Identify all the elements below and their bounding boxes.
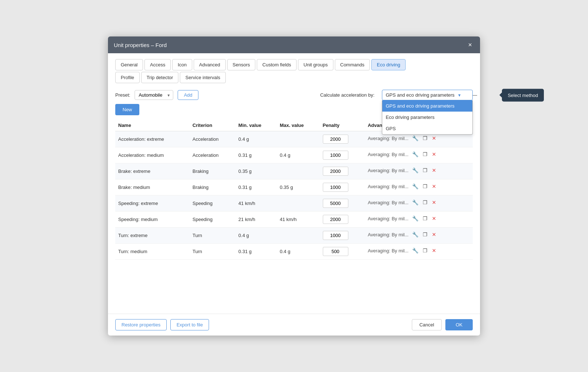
copy-icon[interactable]: ❐	[422, 247, 428, 254]
cell-name: Acceleration: extreme	[115, 131, 190, 147]
tab-service_intervals[interactable]: Service intervals	[180, 72, 225, 83]
cell-penalty	[320, 195, 365, 212]
cell-penalty	[320, 147, 365, 163]
calc-option-gps_eco[interactable]: GPS and eco driving parameters	[382, 100, 473, 112]
calc-dropdown-button[interactable]: GPS and eco driving parameters ▼	[382, 90, 473, 100]
advanced-text: Averaging: By mil...	[368, 232, 409, 237]
wrench-icon[interactable]: 🔧	[411, 135, 419, 142]
wrench-icon[interactable]: 🔧	[411, 151, 419, 158]
advanced-text: Averaging: By mil...	[368, 184, 409, 189]
cell-min-value: 0.4 g	[236, 228, 277, 244]
delete-icon[interactable]: ✕	[431, 151, 437, 158]
delete-icon[interactable]: ✕	[431, 231, 437, 238]
restore-button[interactable]: Restore properties	[115, 319, 167, 330]
penalty-input[interactable]	[323, 247, 348, 256]
tab-commands[interactable]: Commands	[335, 59, 370, 70]
penalty-input[interactable]	[323, 151, 348, 160]
delete-icon[interactable]: ✕	[431, 167, 437, 174]
tab-sensors[interactable]: Sensors	[227, 59, 256, 70]
tooltip-label: Select method	[508, 92, 538, 98]
cell-name: Turn: medium	[115, 244, 190, 260]
cell-max-value: 0.4 g	[277, 244, 320, 260]
table-body: Acceleration: extremeAcceleration0.4 gAv…	[115, 131, 473, 260]
wrench-icon[interactable]: 🔧	[411, 231, 419, 238]
tooltip-connector-line	[473, 95, 477, 96]
cell-max-value: 41 km/h	[277, 212, 320, 228]
wrench-icon[interactable]: 🔧	[411, 167, 419, 174]
col-header-name: Name	[115, 120, 190, 131]
calc-option-gps[interactable]: GPS	[382, 123, 473, 134]
ok-button[interactable]: OK	[445, 319, 473, 330]
copy-icon[interactable]: ❐	[422, 215, 428, 222]
cell-advanced: Averaging: By mil...🔧❐✕	[365, 163, 473, 177]
cell-name: Acceleration: medium	[115, 147, 190, 163]
copy-icon[interactable]: ❐	[422, 231, 428, 238]
advanced-text: Averaging: By mil...	[368, 216, 409, 221]
cell-criterion: Braking	[190, 179, 236, 195]
wrench-icon[interactable]: 🔧	[411, 199, 419, 206]
preset-select[interactable]: AutomobileTruckMotorcycleCustom	[135, 90, 173, 100]
table-row: Speeding: extremeSpeeding41 km/hAveragin…	[115, 195, 473, 212]
copy-icon[interactable]: ❐	[422, 183, 428, 190]
calc-dropdown-wrap: GPS and eco driving parameters ▼ GPS and…	[382, 90, 473, 100]
tab-unit_groups[interactable]: Unit groups	[298, 59, 333, 70]
dialog-body: GeneralAccessIconAdvancedSensorsCustom f…	[108, 53, 480, 314]
table-row: Brake: extremeBraking0.35 gAveraging: By…	[115, 163, 473, 179]
delete-icon[interactable]: ✕	[431, 183, 437, 190]
tab-profile[interactable]: Profile	[115, 72, 140, 83]
cell-min-value: 0.31 g	[236, 147, 277, 163]
copy-icon[interactable]: ❐	[422, 135, 428, 142]
tab-general[interactable]: General	[115, 59, 143, 70]
cell-criterion: Turn	[190, 228, 236, 244]
penalty-input[interactable]	[323, 167, 348, 176]
preset-row: Preset: AutomobileTruckMotorcycleCustom …	[115, 90, 473, 100]
calc-option-eco[interactable]: Eco driving parameters	[382, 112, 473, 123]
cell-max-value	[277, 195, 320, 212]
tab-eco_driving[interactable]: Eco driving	[371, 59, 406, 70]
wrench-icon[interactable]: 🔧	[411, 247, 419, 254]
cell-penalty	[320, 244, 365, 260]
wrench-icon[interactable]: 🔧	[411, 215, 419, 222]
cell-max-value	[277, 228, 320, 244]
close-button[interactable]: ×	[466, 41, 474, 49]
cell-name: Turn: extreme	[115, 228, 190, 244]
advanced-text: Averaging: By mil...	[368, 152, 409, 157]
new-button[interactable]: New	[115, 104, 139, 115]
cancel-button[interactable]: Cancel	[412, 319, 442, 330]
penalty-input[interactable]	[323, 183, 348, 192]
cell-max-value: 0.4 g	[277, 147, 320, 163]
delete-icon[interactable]: ✕	[431, 247, 437, 254]
tooltip-box: Select method	[502, 89, 544, 101]
tab-advanced[interactable]: Advanced	[194, 59, 226, 70]
copy-icon[interactable]: ❐	[422, 199, 428, 206]
tab-trip_detector[interactable]: Trip detector	[141, 72, 179, 83]
cell-min-value: 0.31 g	[236, 179, 277, 195]
cell-min-value: 21 km/h	[236, 212, 277, 228]
cell-name: Brake: extreme	[115, 163, 190, 179]
dialog-footer: Restore properties Export to file Cancel…	[108, 314, 480, 336]
copy-icon[interactable]: ❐	[422, 151, 428, 158]
delete-icon[interactable]: ✕	[431, 199, 437, 206]
dialog-header: Unit properties – Ford ×	[108, 36, 480, 53]
tab-access[interactable]: Access	[144, 59, 171, 70]
penalty-input[interactable]	[323, 231, 348, 240]
penalty-input[interactable]	[323, 215, 348, 224]
add-button[interactable]: Add	[178, 90, 198, 100]
cell-advanced: Averaging: By mil...🔧❐✕	[365, 179, 473, 193]
preset-select-wrap: AutomobileTruckMotorcycleCustom	[135, 90, 173, 100]
penalty-input[interactable]	[323, 135, 348, 144]
export-button[interactable]: Export to file	[170, 319, 209, 330]
delete-icon[interactable]: ✕	[431, 135, 437, 142]
tab-custom_fields[interactable]: Custom fields	[257, 59, 297, 70]
delete-icon[interactable]: ✕	[431, 215, 437, 222]
tabs-row-2: ProfileTrip detectorService intervals	[115, 72, 473, 83]
cell-name: Speeding: medium	[115, 212, 190, 228]
cell-criterion: Turn	[190, 244, 236, 260]
cell-name: Brake: medium	[115, 179, 190, 195]
wrench-icon[interactable]: 🔧	[411, 183, 419, 190]
col-header-max-value: Max. value	[277, 120, 320, 131]
copy-icon[interactable]: ❐	[422, 167, 428, 174]
table-row: Acceleration: mediumAcceleration0.31 g0.…	[115, 147, 473, 163]
penalty-input[interactable]	[323, 199, 348, 208]
tab-icon[interactable]: Icon	[172, 59, 192, 70]
